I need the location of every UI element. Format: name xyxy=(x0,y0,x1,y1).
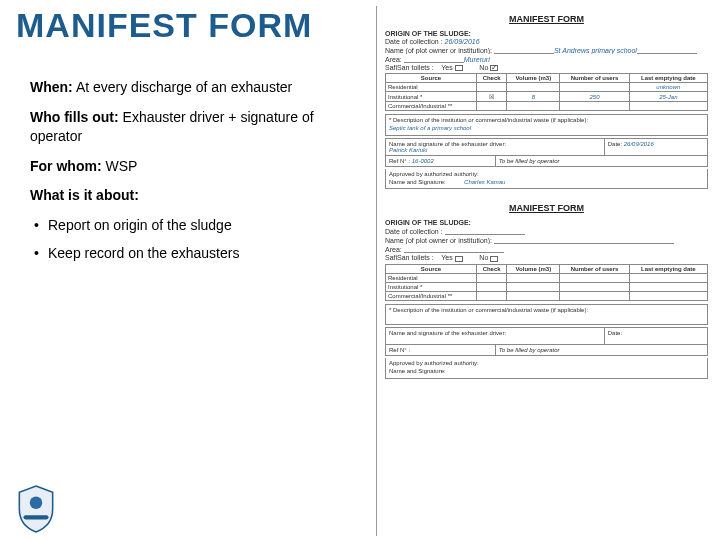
approved-box-blank: Approved by authorized authority: Name a… xyxy=(385,358,708,379)
th-last: Last emptying date xyxy=(629,74,707,83)
no-checkbox xyxy=(490,65,498,71)
svg-rect-1 xyxy=(24,515,49,519)
namesig-label: Name and Signature: xyxy=(389,179,446,185)
logo-badge xyxy=(14,484,58,534)
name-label: Name (of plot owner or institution): xyxy=(385,47,494,54)
bullet-item: Report on origin of the sludge xyxy=(34,216,340,236)
approved-label: Approved by authorized authority: xyxy=(389,360,479,366)
forwhom-text: WSP xyxy=(102,158,138,174)
desc-box-blank: * Description of the institution or comm… xyxy=(385,304,708,326)
when-label: When: xyxy=(30,79,73,95)
forwhom-label: For whom: xyxy=(30,158,102,174)
yes-checkbox xyxy=(455,65,463,71)
origin-heading: ORIGIN OF THE SLUDGE: xyxy=(385,219,708,226)
driver-value: Patrick Kariuki xyxy=(389,147,427,153)
name-label: Name (of plot owner or institution): xyxy=(385,237,494,244)
who-label: Who fills out: xyxy=(30,109,119,125)
source-table-blank: Source Check Volume (m3) Number of users… xyxy=(385,264,708,301)
what-label: What is it about: xyxy=(30,187,139,203)
ref-row-blank: Ref N° : To be filled by operator xyxy=(385,345,708,356)
yes-checkbox xyxy=(455,256,463,262)
th-source: Source xyxy=(386,74,477,83)
table-row: Commercial/Industrial ** xyxy=(386,291,708,300)
approved-box: Approved by authorized authority: Name a… xyxy=(385,169,708,190)
table-row: Residential xyxy=(386,273,708,282)
source-table: Source Check Volume (m3) Number of users… xyxy=(385,73,708,111)
date2-label: Date: xyxy=(608,141,622,147)
ref-label: Ref N° : xyxy=(389,158,410,164)
no-label: No xyxy=(479,254,488,261)
ref-row: Ref N° : 16-0002 To be filled by operato… xyxy=(385,156,708,167)
area-label: Area: xyxy=(385,246,402,253)
no-label: No xyxy=(479,64,488,71)
form-heading: MANIFEST FORM xyxy=(385,14,708,24)
date-label: Date of collection : xyxy=(385,228,443,235)
date-label: Date of collection : xyxy=(385,38,443,45)
namesig-label: Name and Signature: xyxy=(389,368,446,374)
no-checkbox xyxy=(490,256,498,262)
approved-name: Charles Kamau xyxy=(464,179,505,185)
th-vol: Volume (m3) xyxy=(507,74,560,83)
table-row: Residential unknown xyxy=(386,83,708,92)
desc-label: * Description of the institution or comm… xyxy=(389,307,588,313)
desc-box: * Description of the institution or comm… xyxy=(385,114,708,136)
table-row: Commercial/Industrial ** xyxy=(386,102,708,111)
th-users: Number of users xyxy=(560,74,629,83)
form-filled: MANIFEST FORM ORIGIN OF THE SLUDGE: Date… xyxy=(385,14,708,189)
ref-value: 16-0002 xyxy=(412,158,434,164)
driver-label: Name and signature of the exhauster driv… xyxy=(389,330,506,336)
origin-heading: ORIGIN OF THE SLUDGE: xyxy=(385,30,708,37)
row-label: Residential xyxy=(386,83,477,92)
ref-hint: To be filled by operator xyxy=(496,156,707,166)
form-heading: MANIFEST FORM xyxy=(385,203,708,213)
area-value: Mureruri xyxy=(464,56,490,63)
driver-row: Name and signature of the exhauster driv… xyxy=(385,138,708,156)
area-label: Area: xyxy=(385,56,402,63)
svg-point-0 xyxy=(30,497,43,510)
date2-value: 26/09/2016 xyxy=(624,141,654,147)
yes-label: Yes xyxy=(441,254,452,261)
when-text: At every discharge of an exhauster xyxy=(73,79,292,95)
table-row: Institutional * xyxy=(386,282,708,291)
desc-value: Septic tank of a primary school xyxy=(389,125,471,131)
toilets-label: SafiSan toilets : xyxy=(385,64,434,71)
form-preview: MANIFEST FORM ORIGIN OF THE SLUDGE: Date… xyxy=(376,6,714,536)
driver-row-blank: Name and signature of the exhauster driv… xyxy=(385,327,708,345)
date2-label: Date: xyxy=(608,330,622,336)
yes-label: Yes xyxy=(441,64,452,71)
left-description: When: At every discharge of an exhauster… xyxy=(30,78,340,271)
toilets-label: SafiSan toilets : xyxy=(385,254,434,261)
ref-hint: To be filled by operator xyxy=(496,345,707,355)
bullet-item: Keep record on the exhausters xyxy=(34,244,340,264)
name-value: St Andrews primary school xyxy=(554,47,637,54)
approved-label: Approved by authorized authority: xyxy=(389,171,479,177)
table-row: Institutional * ☒ 8 250 25-Jan xyxy=(386,92,708,102)
th-check: Check xyxy=(477,74,507,83)
row-label: Commercial/Industrial ** xyxy=(386,102,477,111)
date-value: 26/09/2016 xyxy=(445,38,480,45)
row-label: Institutional * xyxy=(386,92,477,102)
ref-label: Ref N° : xyxy=(389,347,410,353)
desc-label: * Description of the institution or comm… xyxy=(389,117,588,123)
page-title: MANIFEST FORM xyxy=(16,6,312,45)
form-blank: MANIFEST FORM ORIGIN OF THE SLUDGE: Date… xyxy=(385,203,708,378)
